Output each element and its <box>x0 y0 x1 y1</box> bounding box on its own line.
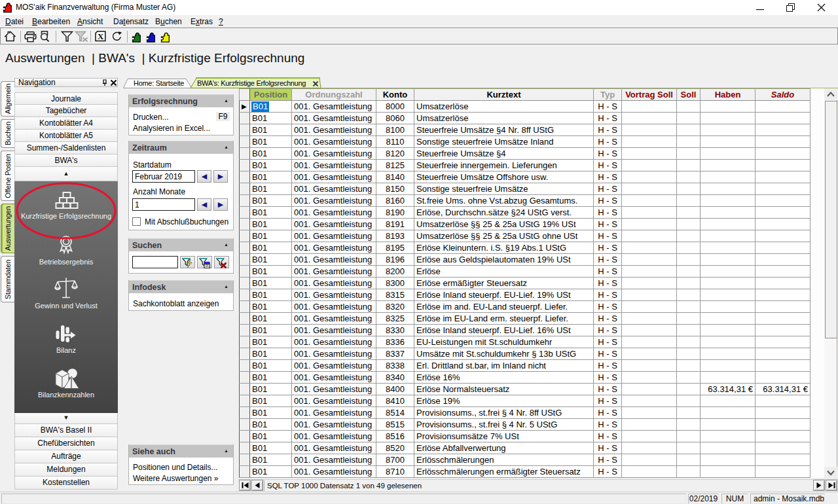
svg-text:X: X <box>98 31 104 41</box>
